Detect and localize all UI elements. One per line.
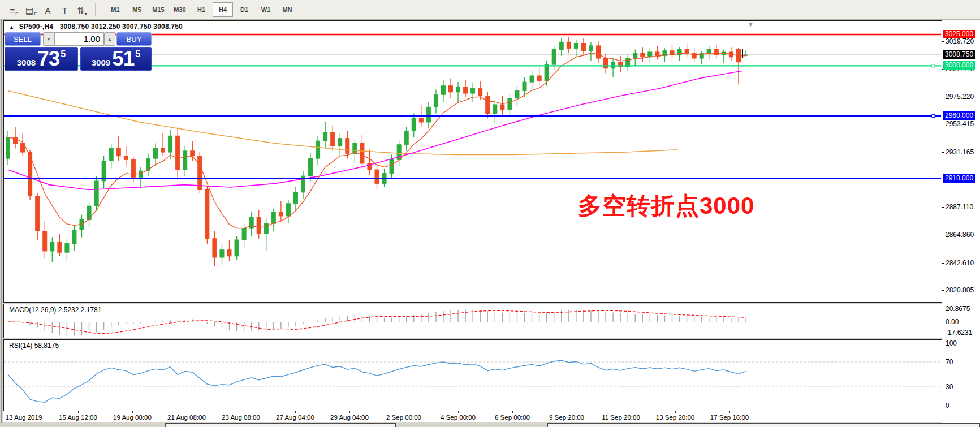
chart-title: ▲ SP500-,H4 3008.750 3012.250 3007.750 3… [9, 23, 183, 31]
timeframe-M30[interactable]: M30 [170, 2, 190, 17]
date-tick [512, 411, 513, 413]
rsi-chart-canvas[interactable] [4, 340, 941, 411]
timeframe-M15[interactable]: M15 [148, 2, 169, 17]
macd-chart-canvas[interactable] [4, 304, 941, 338]
rsi-label: RSI(14) 58.8175 [9, 342, 59, 350]
fibonacci-tool-icon[interactable]: ▤F [23, 2, 40, 17]
date-tick [567, 411, 567, 413]
rsi-line [8, 360, 746, 402]
docked-box [547, 423, 980, 427]
axis-tick [942, 152, 944, 153]
date-tick [458, 411, 459, 413]
text-label-tool-icon[interactable]: A [40, 2, 57, 17]
timeframe-H4[interactable]: H4 [213, 2, 233, 17]
axis-tick [942, 41, 944, 42]
axis-tick [942, 97, 944, 97]
date-label: 4 Sep 00:00 [441, 414, 476, 421]
price-tick-label: 2864.860 [946, 231, 974, 239]
date-tick [241, 411, 241, 413]
date-label: 19 Aug 08:00 [113, 414, 152, 421]
price-level-badge: 2910.000 [943, 174, 975, 183]
one-click-trade-panel: SELL ▼ 1.00 ▲ BUY 3008 73 5 3009 51 5 [5, 32, 152, 71]
arrows-tool-icon[interactable]: ⇅▾ [74, 2, 90, 17]
price-tick-label: 2931.165 [946, 148, 974, 156]
bid-prefix: 3008 [17, 57, 36, 68]
trading-terminal: { "toolbar": { "tools": [ {"id": "channe… [0, 0, 980, 427]
bid-sup-digit: 5 [61, 48, 66, 58]
date-tick [187, 411, 187, 413]
date-axis: 13 Aug 201915 Aug 12:0019 Aug 08:0021 Au… [3, 411, 942, 422]
ohlc-values: 3008.750 3012.250 3007.750 3008.750 [60, 23, 183, 31]
date-tick [404, 411, 404, 413]
ask-sup-digit: 5 [135, 48, 140, 58]
date-tick [78, 411, 79, 413]
text-box-tool-icon[interactable]: T [57, 2, 74, 17]
line-handle [932, 64, 935, 67]
line-handle [932, 114, 935, 117]
rsi-tick-label: 70 [946, 358, 953, 366]
drawing-tools-group: ≡E▤FAT⇅▾ [6, 2, 90, 17]
bid-price-box[interactable]: 3008 73 5 [5, 47, 78, 71]
docked-box [165, 423, 396, 427]
slow-ma-line [8, 91, 677, 155]
date-tick [729, 411, 730, 413]
axis-tick [942, 207, 944, 208]
bid-big-digits: 73 [37, 49, 59, 68]
price-level-badge: 3008.750 [943, 50, 975, 59]
macd-tick-label: 20.8675 [946, 305, 970, 313]
date-label: 21 Aug 08:00 [167, 414, 206, 421]
bottom-docked-panel-edge [0, 423, 980, 427]
timeframe-M5[interactable]: M5 [127, 2, 147, 17]
rsi-tick-label: 0 [946, 402, 949, 409]
date-label: 13 Sep 20:00 [656, 414, 694, 421]
volume-increase-icon[interactable]: ▲ [104, 32, 115, 46]
toolbar-separator [95, 3, 100, 16]
volume-input[interactable]: 1.00 [54, 32, 104, 46]
timeframe-M1[interactable]: M1 [105, 2, 126, 17]
rsi-tick-label: 100 [946, 339, 957, 347]
ask-big-digits: 51 [112, 49, 134, 68]
timeframe-D1[interactable]: D1 [234, 2, 254, 17]
crosshair-cursor-icon [740, 53, 745, 53]
macd-label: MACD(12,26,9) 2.5232 2.1781 [9, 306, 101, 314]
collapse-arrow-icon[interactable]: ▲ [9, 24, 14, 30]
macd-tick-label: -17.6231 [946, 329, 972, 337]
date-label: 13 Aug 2019 [6, 414, 42, 421]
price-tick-label: 2953.415 [946, 120, 974, 128]
channel-tool-icon[interactable]: ≡E [6, 2, 23, 17]
date-label: 6 Sep 00:00 [495, 414, 530, 421]
ask-price-box[interactable]: 3009 51 5 [80, 47, 152, 71]
buy-button[interactable]: BUY [116, 32, 152, 46]
chart-annotation-text: 多空转折点3000 [578, 190, 754, 222]
timeframe-toolbar: M1M5M15M30H1H4D1W1MN [105, 2, 298, 17]
top-toolbar: ≡E▤FAT⇅▾ M1M5M15M30H1H4D1W1MN [0, 0, 980, 20]
timeframe-MN[interactable]: MN [277, 2, 297, 17]
window-left-edge [1, 20, 2, 427]
date-label: 15 Aug 12:00 [59, 414, 97, 421]
symbol-period-label: SP500-,H4 [19, 23, 54, 31]
price-tick-label: 2842.610 [946, 259, 974, 267]
date-label: 27 Aug 04:00 [276, 414, 314, 421]
date-tick [24, 411, 24, 413]
date-label: 29 Aug 04:00 [330, 414, 369, 421]
axis-tick [942, 124, 944, 124]
price-axis: 3019.7202997.4702975.2202953.4152931.165… [942, 20, 980, 423]
sell-button[interactable]: SELL [5, 32, 41, 46]
date-tick [675, 411, 676, 413]
date-label: 17 Sep 16:00 [710, 414, 749, 421]
chart-shift-marker-icon[interactable]: ▼ [748, 21, 754, 28]
date-label: 11 Sep 20:00 [602, 414, 640, 421]
price-level-badge: 3000.000 [943, 61, 975, 70]
ask-prefix: 3009 [92, 57, 110, 68]
date-tick [621, 411, 621, 413]
date-label: 23 Aug 08:00 [222, 414, 260, 421]
timeframe-H1[interactable]: H1 [191, 2, 211, 17]
price-tick-label: 2887.110 [946, 203, 973, 211]
price-tick-label: 2975.220 [946, 93, 974, 101]
price-tick-label: 2820.805 [946, 286, 974, 294]
volume-decrease-icon[interactable]: ▼ [43, 32, 54, 46]
rsi-tick-label: 30 [946, 383, 953, 391]
timeframe-W1[interactable]: W1 [256, 2, 276, 17]
date-label: 2 Sep 00:00 [386, 414, 421, 421]
macd-histogram [8, 310, 746, 336]
